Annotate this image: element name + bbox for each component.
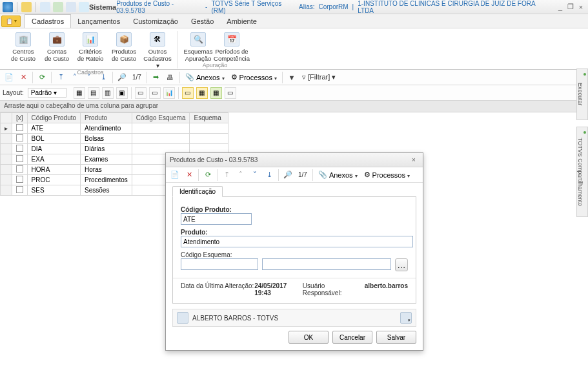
menu-cadastros[interactable]: Cadastros (25, 14, 71, 28)
dlg-tb-prev[interactable]: ˄ (234, 169, 247, 181)
qat-btn-4[interactable] (66, 2, 76, 12)
window-minimize[interactable]: _ (556, 3, 565, 12)
cell-produto: Exames (81, 154, 132, 165)
dlg-tb-next[interactable]: ˅ (248, 169, 261, 181)
dialog-close[interactable]: × (409, 156, 419, 163)
lb-8[interactable]: ▭ (182, 87, 194, 99)
ribbon-contas-custo[interactable]: 💼Contas de Custo (41, 31, 72, 69)
row-checkbox[interactable] (12, 134, 28, 144)
dlg-tb-refresh[interactable]: ⟳ (201, 169, 214, 181)
lb-11[interactable]: ▭ (225, 87, 236, 99)
ribbon-esquemas-apuracao[interactable]: 🔍Esquemas Apuração (183, 31, 214, 62)
input-produto[interactable] (181, 236, 413, 247)
tb-new[interactable]: 📄 (3, 72, 15, 83)
dlg-anexos[interactable]: 📎 Anexos (316, 171, 360, 179)
lb-1[interactable]: ▦ (74, 87, 85, 99)
lb-4[interactable]: ▣ (116, 87, 128, 99)
row-checkbox[interactable] (12, 123, 28, 134)
col-codigo-esquema[interactable]: Código Esquema (132, 113, 190, 123)
menu-lancamentos[interactable]: Lançamentos (71, 14, 127, 28)
label-codigo-produto: Código Produto: (181, 206, 408, 213)
cell-produto: Procedimentos (81, 175, 132, 185)
col-produto[interactable]: Produto (81, 113, 132, 123)
tb-delete[interactable]: ✕ (17, 72, 30, 83)
input-codigo-produto[interactable] (181, 213, 252, 225)
tb-search[interactable]: 🔎 (116, 72, 128, 83)
dlg-tb-search[interactable]: 🔎 (281, 169, 294, 181)
qat-btn-3[interactable] (53, 2, 63, 12)
dialog-userbar: ALBERTO BARROS - TOTVS ▾ (172, 309, 416, 327)
tb-first[interactable]: ⤒ (54, 72, 67, 83)
dlg-tb-first[interactable]: ⤒ (220, 169, 233, 181)
menu-customizacao[interactable]: Customização (127, 14, 185, 28)
row-checkbox[interactable] (12, 185, 28, 196)
titlebar-product: Produtos de Custo - 03.9.5783 (116, 0, 201, 14)
col-check[interactable]: [x] (12, 113, 28, 123)
row-checkbox[interactable] (12, 175, 28, 185)
col-codigo[interactable]: Código Produto (27, 113, 81, 123)
row-checkbox[interactable] (12, 154, 28, 165)
input-codigo-esquema[interactable] (181, 258, 258, 270)
side-compart[interactable]: TOTVS Compartilhamento (576, 127, 588, 217)
tb-last[interactable]: ⤓ (97, 72, 110, 83)
dlg-processos[interactable]: ⚙ Processos (361, 171, 412, 179)
dlg-tb-last[interactable]: ⤓ (263, 169, 276, 181)
row-checkbox[interactable] (12, 165, 28, 175)
lb-5[interactable]: ▭ (135, 87, 147, 99)
dialog-tab-identificacao[interactable]: Identificação (172, 186, 223, 197)
cell-codigo: BOL (27, 134, 81, 144)
lookup-esquema-button[interactable]: … (395, 258, 408, 271)
avatar-icon (177, 312, 188, 324)
dlg-tb-delete[interactable]: ✕ (183, 169, 196, 181)
tb-refresh[interactable]: ⟳ (35, 72, 48, 83)
row-checkbox[interactable] (12, 144, 28, 154)
tb-export[interactable]: ➡ (150, 72, 163, 83)
row-indicator (1, 175, 12, 185)
ribbon-criterios-rateio[interactable]: 📊Critérios de Rateio (75, 31, 106, 69)
table-row[interactable]: BOLBolsas (1, 134, 228, 144)
menu-gestao[interactable]: Gestão (185, 14, 220, 28)
tb-print[interactable]: 🖶 (164, 72, 177, 83)
ribbon-periodos-competencia[interactable]: 📅Períodos de Competência (216, 31, 247, 62)
lb-3[interactable]: ▥ (102, 87, 114, 99)
titlebar-company: 1-INSTITUTO DE CLINICAS E CIRURGIA DE JU… (358, 0, 547, 14)
tb-prev[interactable]: ˄ (68, 72, 81, 83)
window-close[interactable]: × (576, 3, 585, 12)
cell-esquema (190, 123, 228, 134)
menu-ambiente[interactable]: Ambiente (220, 14, 263, 28)
side-executar[interactable]: Executar (576, 68, 588, 120)
ok-button[interactable]: OK (289, 331, 329, 344)
lb-9[interactable]: ▦ (196, 87, 208, 99)
lb-7[interactable]: 📊 (163, 87, 175, 99)
lb-6[interactable]: ▭ (149, 87, 161, 99)
lb-10[interactable]: ▦ (210, 87, 222, 99)
cancel-button[interactable]: Cancelar (332, 331, 372, 344)
col-esquema[interactable]: Esquema (190, 113, 228, 123)
qat-btn-1[interactable] (21, 2, 32, 12)
userbar-dropdown[interactable]: ▾ (400, 312, 412, 324)
save-button[interactable]: Salvar (376, 331, 416, 344)
table-row[interactable]: ▸ATEAtendimento (1, 123, 228, 134)
tb-anexos[interactable]: 📎 Anexos (183, 73, 227, 81)
ribbon-outros-cadastros[interactable]: 🛠Outros Cadastros ▾ (142, 31, 173, 69)
qat-btn-5[interactable] (79, 2, 89, 12)
input-esquema-desc[interactable] (262, 258, 391, 270)
lb-2[interactable]: ▤ (88, 87, 99, 99)
window-restore[interactable]: ❐ (566, 3, 575, 12)
dlg-tb-new[interactable]: 📄 (168, 169, 181, 181)
cell-codigo-esquema (132, 134, 190, 144)
app-menu-orb[interactable]: 📋 (1, 16, 21, 27)
ribbon-produtos-custo[interactable]: 📦Produtos de Custo (108, 31, 139, 69)
qat-btn-2[interactable] (40, 2, 50, 12)
layout-select[interactable]: Padrão ▾ (28, 88, 66, 98)
tb-next[interactable]: ˅ (83, 72, 96, 83)
group-by-strip[interactable]: Arraste aqui o cabeçalho de uma coluna p… (0, 101, 588, 112)
row-indicator (1, 134, 12, 144)
menu-strip: 📋 Cadastros Lançamentos Customização Ges… (0, 14, 588, 28)
tb-filter[interactable]: ▿ [Filtrar] ▾ (299, 73, 338, 81)
dialog-produtos-custo: Produtos de Custo - 03.9.5783 × 📄 ✕ ⟳ ⤒ … (165, 152, 423, 351)
tb-filter-icon[interactable]: ▼ (285, 72, 298, 83)
ribbon-centros-custo[interactable]: 🏢Centros de Custo (8, 31, 39, 69)
tb-processos[interactable]: ⚙ Processos (228, 73, 279, 81)
titlebar-system-label: Sistema (89, 3, 116, 11)
